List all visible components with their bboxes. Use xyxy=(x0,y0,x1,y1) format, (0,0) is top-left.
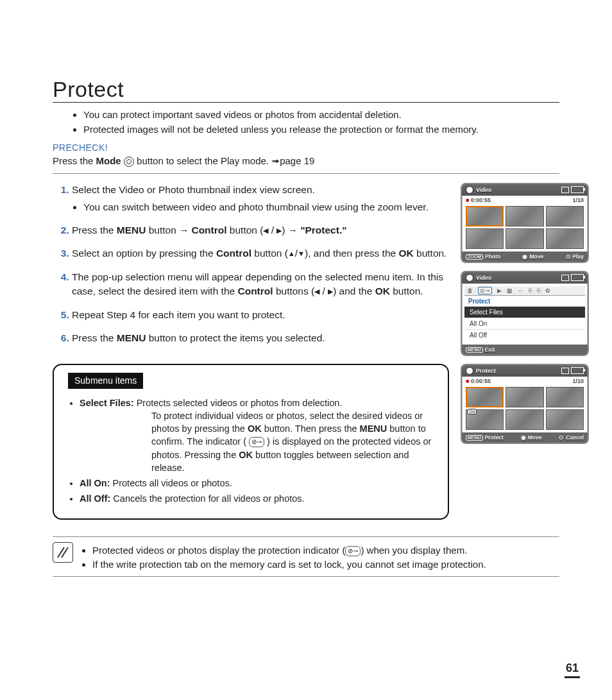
copy2-icon: ⎘ xyxy=(537,287,540,294)
text: button ( xyxy=(227,225,264,235)
step-1: Select the Video or Photo thumbnail inde… xyxy=(72,183,449,214)
down-triangle-icon: ▼ xyxy=(298,250,305,257)
page-number: 61 xyxy=(565,662,580,678)
submenu-title: Submenu items xyxy=(68,373,143,389)
text: button. xyxy=(390,286,423,296)
text: Protects all videos or photos. xyxy=(110,478,232,488)
timecode: 0:00:55 xyxy=(471,197,491,203)
control-word: Control xyxy=(216,248,251,259)
screen-title: Video xyxy=(476,187,491,193)
screen-header: Protect xyxy=(462,365,588,377)
zoom-label: ZOOM xyxy=(466,254,483,260)
step-2: Press the MENU button → Control button (… xyxy=(72,223,449,237)
menu-btn-label: MENU xyxy=(466,435,483,441)
thumbnail xyxy=(466,387,504,407)
ok-word: OK xyxy=(375,286,390,296)
menu-label: Protect xyxy=(464,296,585,306)
arrow-icon: ▶ xyxy=(497,287,502,294)
lock-indicator-icon: ⊘⊸ xyxy=(249,437,264,447)
camera-icon xyxy=(466,367,473,375)
screen-title: Protect xyxy=(476,368,496,374)
arrow-icon: → xyxy=(288,225,298,235)
thumbnail xyxy=(546,387,584,407)
arrow-icon: → xyxy=(179,225,189,235)
copy-icon: ⎘ xyxy=(529,287,532,294)
up-triangle-icon: ▲ xyxy=(288,250,295,257)
menu-word: MENU xyxy=(117,332,146,343)
text: button. xyxy=(414,248,447,259)
left-triangle-icon: ◀ xyxy=(263,226,268,234)
menu-btn-label: MENU xyxy=(466,347,483,353)
thumbnail-grid xyxy=(462,205,588,252)
thumbnail xyxy=(506,387,543,407)
thumbnail xyxy=(546,409,584,430)
step-1-sub: You can switch between video and photo t… xyxy=(83,200,449,214)
text: Protected videos or photos display the p… xyxy=(92,545,345,556)
screen-header: Video xyxy=(462,184,588,196)
ring-icon: ◉ xyxy=(522,253,527,260)
label: All On: xyxy=(80,478,110,488)
text: ) and the xyxy=(333,286,375,296)
card-icon xyxy=(561,187,569,193)
text: button xyxy=(146,225,179,235)
ok-word: OK xyxy=(239,450,253,460)
text: ), and then press the xyxy=(305,248,398,259)
screen-header: Video xyxy=(462,272,588,284)
screen-protect-select: Protect ■ 0:00:55 1/10 On MENU Protect xyxy=(461,364,589,444)
text: button to select the Play mode. xyxy=(134,155,271,166)
step-4: The pop-up selection menu will appear de… xyxy=(72,270,449,299)
screen-title: Video xyxy=(476,275,491,281)
screen-footer: MENU Protect ◉ Move ⊙ Cancel xyxy=(462,432,588,443)
label: Select Files: xyxy=(80,398,134,408)
counter: 1/10 xyxy=(572,378,584,384)
text: ) when you display them. xyxy=(361,545,467,556)
step-6: Press the MENU button to protect the ite… xyxy=(72,331,449,345)
screen-video-index: Video ■ 0:00:55 1/10 ZOOM Photo xyxy=(461,183,589,263)
thumbnail xyxy=(546,228,584,249)
battery-icon xyxy=(571,274,584,281)
battery-icon xyxy=(571,367,584,374)
ring-icon: ◉ xyxy=(521,434,526,441)
ok-icon: ⊙ xyxy=(559,434,564,441)
counter: 1/10 xyxy=(572,197,584,203)
text: Press the xyxy=(53,155,96,166)
note-item: Protected videos or photos display the p… xyxy=(92,543,486,558)
rec-icon: ■ xyxy=(466,378,469,384)
note-list: Protected videos or photos display the p… xyxy=(92,543,486,572)
protect-word: "Protect." xyxy=(300,225,346,235)
ok-word: OK xyxy=(398,248,413,259)
gear-icon: ✿ xyxy=(545,287,550,294)
text: Protects selected videos or photos from … xyxy=(137,397,343,409)
submenu-box: Submenu items Select Files: Protects sel… xyxy=(53,364,449,520)
lock-indicator-icon: ⊘⊸ xyxy=(345,546,361,557)
note-item: If the write protection tab on the memor… xyxy=(92,558,486,572)
timecode: 0:00:55 xyxy=(471,378,491,384)
steps-list: Select the Video or Photo thumbnail inde… xyxy=(53,183,449,346)
footer-exit: Exit xyxy=(485,346,495,353)
manual-page: Protect You can protect important saved … xyxy=(0,0,612,700)
mode-word: Mode xyxy=(96,155,121,166)
text: ) xyxy=(282,225,287,235)
submenu-list: Select Files: Protects selected videos o… xyxy=(80,397,434,505)
ok-word: OK xyxy=(248,423,262,434)
menu-option-select-files: Select Files xyxy=(464,306,585,318)
trash-icon: 🗑 xyxy=(467,287,473,294)
ok-icon: ⊙ xyxy=(566,253,571,260)
menu-word: MENU xyxy=(360,423,387,434)
footer-move: Move xyxy=(528,434,542,441)
thumbnail-grid: On xyxy=(462,386,588,432)
thumbnail xyxy=(466,206,504,226)
submenu-select-files: Select Files: Protects selected videos o… xyxy=(80,397,434,474)
screen-info: ■ 0:00:55 1/10 xyxy=(462,196,588,205)
footer-photo: Photo xyxy=(485,253,500,260)
precheck-text: Press the Mode button to select the Play… xyxy=(53,155,559,174)
page-ref: page 19 xyxy=(280,155,314,166)
note-icon xyxy=(53,542,73,563)
right-triangle-icon: ▶ xyxy=(328,287,333,295)
text: button. Then press the xyxy=(262,423,360,434)
menu-option-all-on: All On xyxy=(464,318,585,329)
lock-icon: ⊘⊸ xyxy=(478,287,492,295)
thumbnail xyxy=(466,228,504,249)
left-triangle-icon: ◀ xyxy=(314,287,319,295)
protect-tag: On xyxy=(467,409,477,414)
